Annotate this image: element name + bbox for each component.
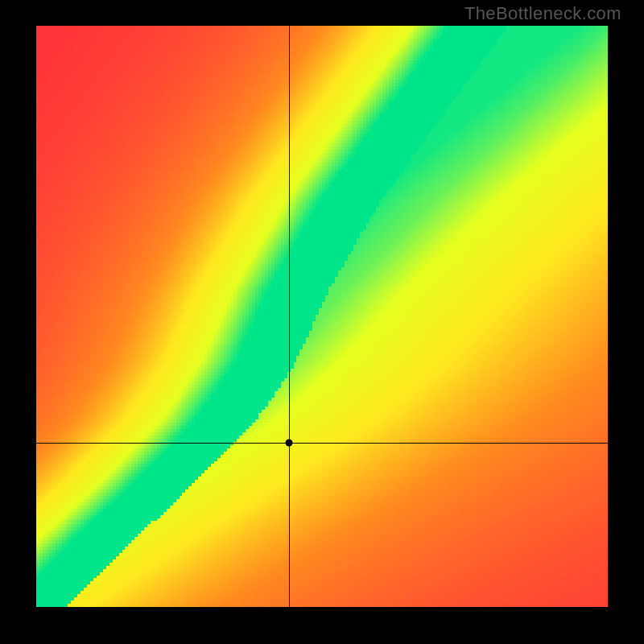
watermark-text: TheBottleneck.com <box>464 3 621 24</box>
crosshair-horizontal <box>36 443 608 444</box>
heatmap-plot <box>36 26 608 607</box>
selected-point-marker <box>285 439 292 446</box>
heatmap-canvas <box>36 26 608 607</box>
crosshair-vertical <box>289 26 290 607</box>
